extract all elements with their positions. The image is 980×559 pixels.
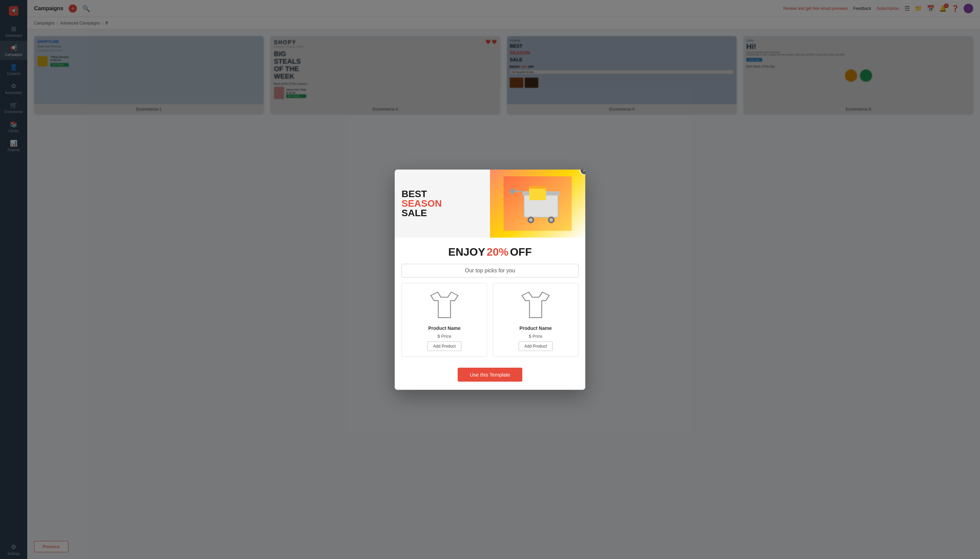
modal-enjoy-pct: 20%	[487, 246, 490, 258]
modal-hero-best: BEST	[401, 189, 483, 199]
modal-picks-text: Our top picks for you	[465, 268, 490, 273]
modal-overlay: ✕ BEST SEASON SALE	[0, 0, 490, 280]
modal-enjoy-text: ENJOY	[448, 246, 485, 258]
modal-hero-season: SEASON	[401, 199, 483, 208]
modal-hero: BEST SEASON SALE	[395, 170, 490, 238]
template-preview-modal: ✕ BEST SEASON SALE	[395, 170, 490, 280]
modal-picks-box: Our top picks for you	[401, 264, 490, 278]
modal-hero-sale: SALE	[401, 208, 483, 218]
modal-hero-text: BEST SEASON SALE	[395, 170, 490, 238]
modal-enjoy-section: ENJOY 20% OFF	[395, 238, 490, 264]
